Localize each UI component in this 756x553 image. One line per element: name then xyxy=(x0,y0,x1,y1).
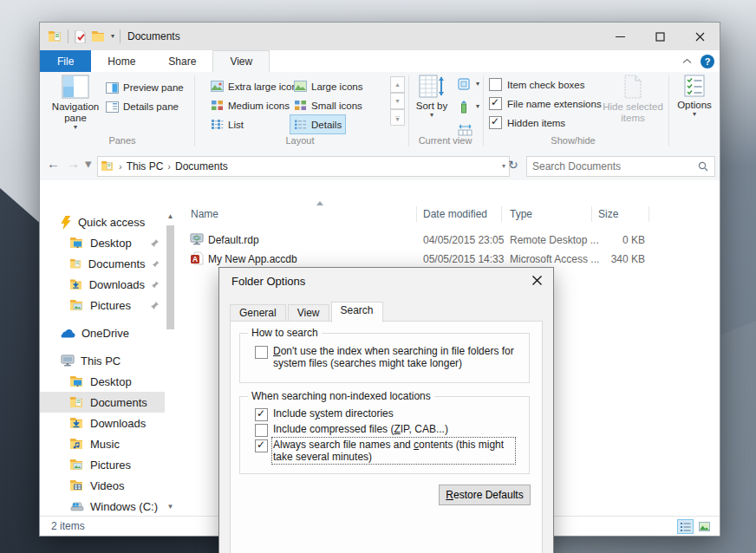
quick-access-toolbar: ▾ xyxy=(40,29,121,43)
options-button[interactable]: Options ▾ xyxy=(671,75,718,118)
list-option[interactable]: List xyxy=(206,114,248,134)
dialog-title-bar[interactable]: Folder Options xyxy=(219,268,553,294)
forward-icon[interactable]: → xyxy=(67,156,80,171)
gallery-scroll-down[interactable]: ▼ xyxy=(390,93,405,109)
sidebar-item-videos[interactable]: Videos xyxy=(40,475,165,496)
gallery-scroll-up[interactable]: ▲ xyxy=(390,76,405,93)
desktop-folder-icon xyxy=(70,237,84,249)
tab-general[interactable]: General xyxy=(230,304,286,322)
column-separator[interactable] xyxy=(648,206,649,222)
search-box[interactable] xyxy=(526,156,715,177)
sidebar-item-music[interactable]: Music xyxy=(40,433,165,454)
tab-view[interactable]: View xyxy=(288,304,329,322)
minimize-button[interactable] xyxy=(600,23,640,50)
sort-by-button[interactable]: Sort by ▾ xyxy=(411,75,453,119)
sidebar-item-documents[interactable]: Documents xyxy=(40,392,165,413)
search-input[interactable] xyxy=(527,160,698,172)
medium-icons-option[interactable]: Medium icons xyxy=(206,95,294,115)
sidebar-item-downloads[interactable]: Downloads xyxy=(40,413,165,433)
column-separator[interactable] xyxy=(501,206,502,222)
search-icon[interactable] xyxy=(698,161,714,172)
details-pane-button[interactable]: Details pane xyxy=(106,98,179,115)
tab-file[interactable]: File xyxy=(40,50,91,72)
file-size: 0 KB xyxy=(511,234,645,246)
new-folder-button[interactable] xyxy=(92,31,106,42)
hide-selected-items-button[interactable]: Hide selected items xyxy=(600,75,666,124)
collapse-ribbon-icon[interactable] xyxy=(682,58,692,64)
sidebar-scrollbar[interactable]: ▲ ▼ xyxy=(164,210,177,513)
rdp-file-icon xyxy=(190,233,204,246)
details-option[interactable]: Details xyxy=(290,114,346,134)
refresh-icon[interactable]: ↻ xyxy=(508,158,518,172)
scroll-up-icon[interactable]: ▲ xyxy=(164,210,177,223)
scroll-down-icon[interactable]: ▼ xyxy=(164,500,177,513)
maximize-button[interactable] xyxy=(640,23,680,50)
sidebar-item-onedrive[interactable]: OneDrive xyxy=(40,322,165,343)
small-icons-icon xyxy=(294,100,307,111)
column-separator[interactable] xyxy=(416,206,417,222)
column-date-modified[interactable]: Date modified xyxy=(423,208,487,220)
scrollbar-thumb[interactable] xyxy=(166,225,174,329)
always-search-contents-checkbox[interactable]: Always search file names and contents (t… xyxy=(255,439,515,463)
hidden-items-checkbox[interactable]: Hidden items xyxy=(489,116,565,129)
tab-search[interactable]: Search xyxy=(331,302,383,322)
customize-toolbar-arrow[interactable]: ▾ xyxy=(111,33,114,40)
tab-share[interactable]: Share xyxy=(152,50,212,72)
details-view-icon xyxy=(294,119,307,130)
sidebar-item-downloads-qa[interactable]: Downloads xyxy=(40,274,165,295)
sidebar-item-quick-access[interactable]: Quick access xyxy=(40,211,165,232)
details-label: Details xyxy=(311,120,342,130)
sidebar-item-this-pc[interactable]: This PC xyxy=(40,350,165,371)
group-separator xyxy=(194,75,195,146)
sidebar-item-label: Downloads xyxy=(89,278,145,291)
thumbnail-view-toggle[interactable] xyxy=(696,519,713,534)
breadcrumb-documents[interactable]: Documents xyxy=(175,160,228,172)
tab-home[interactable]: Home xyxy=(91,50,152,72)
sidebar-item-pictures-qa[interactable]: Pictures xyxy=(40,295,165,316)
group-by-button[interactable]: ▾ xyxy=(458,75,479,93)
preview-pane-icon xyxy=(106,82,119,94)
title-bar[interactable]: ▾ Documents xyxy=(40,23,720,50)
column-type[interactable]: Type xyxy=(510,208,532,220)
column-separator[interactable] xyxy=(591,206,592,222)
large-icons-option[interactable]: Large icons xyxy=(290,76,367,96)
close-button[interactable] xyxy=(680,23,720,50)
file-name-extensions-checkbox[interactable]: File name extensions xyxy=(489,97,602,110)
sidebar-item-documents-qa[interactable]: Documents xyxy=(40,253,165,274)
breadcrumb-this-pc[interactable]: This PC xyxy=(127,160,164,172)
tab-view[interactable]: View xyxy=(212,50,270,72)
details-pane-label: Details pane xyxy=(123,101,179,112)
column-name[interactable]: Name xyxy=(191,208,218,220)
hide-selected-items-label: Hide selected items xyxy=(600,101,666,124)
non-indexed-group: When searching non-indexed locations Inc… xyxy=(239,396,530,474)
properties-button[interactable] xyxy=(74,30,87,43)
sidebar-item-desktop-qa[interactable]: Desktop xyxy=(40,232,165,253)
include-compressed-files-checkbox[interactable]: Include compressed files (ZIP, CAB...) xyxy=(255,423,515,437)
add-columns-button[interactable]: ▾ xyxy=(458,98,479,115)
ribbon-tab-strip: File Home Share View ? xyxy=(40,50,720,72)
include-system-directories-checkbox[interactable]: Include system directories xyxy=(255,407,515,421)
recent-locations-icon[interactable]: ▾ xyxy=(85,160,92,167)
help-icon[interactable]: ? xyxy=(701,55,714,68)
explorer-icon xyxy=(49,30,62,42)
sidebar-item-desktop[interactable]: Desktop xyxy=(40,371,165,392)
file-name[interactable]: Default.rdp xyxy=(208,234,259,246)
restore-defaults-button[interactable]: Restore Defaults xyxy=(439,485,531,505)
toolbar-separator xyxy=(120,29,121,43)
preview-pane-button[interactable]: Preview pane xyxy=(106,79,184,96)
sidebar-item-pictures[interactable]: Pictures xyxy=(40,454,165,475)
column-size[interactable]: Size xyxy=(598,208,618,220)
file-row-my-new-app[interactable]: A My New App.accdb 05/05/2015 14:33 Micr… xyxy=(182,250,720,269)
dialog-close-icon[interactable] xyxy=(531,275,543,286)
file-row-default-rdp[interactable]: Default.rdp 04/05/2015 23:05 Remote Desk… xyxy=(182,231,720,250)
details-view-toggle[interactable] xyxy=(677,519,694,534)
small-icons-option[interactable]: Small icons xyxy=(290,95,367,115)
gallery-more-button[interactable]: —▼ xyxy=(390,109,405,126)
breadcrumb[interactable]: › This PC › Documents ▾ xyxy=(97,156,510,177)
navigation-pane-button[interactable]: Navigation pane ▾ xyxy=(47,75,104,131)
back-icon[interactable]: ← xyxy=(47,156,60,171)
item-check-boxes-checkbox[interactable]: Item check boxes xyxy=(489,78,584,91)
dont-use-index-checkbox[interactable]: Don't use the index when searching in fi… xyxy=(255,345,515,369)
address-dropdown-icon[interactable]: ▾ xyxy=(502,163,505,170)
file-name[interactable]: My New App.accdb xyxy=(208,253,297,265)
